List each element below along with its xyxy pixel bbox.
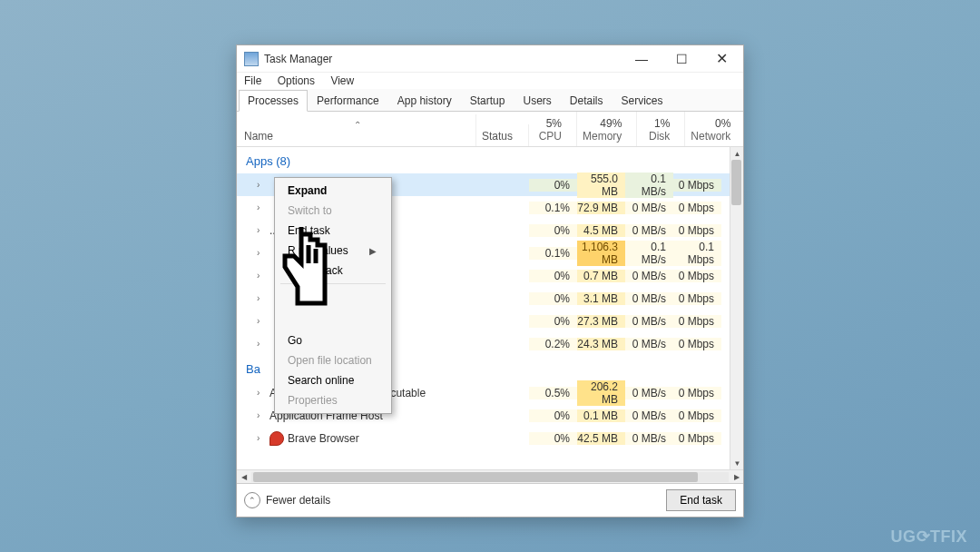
network-value: 0 Mbps [673,338,721,350]
expand-caret-icon[interactable]: › [257,316,266,326]
menu-options[interactable]: Options [278,74,315,87]
cpu-value: 0% [529,179,577,192]
memory-value: 24.3 MB [577,338,625,350]
cpu-value: 0% [529,432,577,445]
submenu-arrow-icon: ▶ [369,246,377,256]
cpu-value: 0.1% [529,247,577,260]
expand-caret-icon[interactable]: › [257,202,266,212]
ctx-hidden-b[interactable] [277,309,389,330]
scroll-up-icon[interactable]: ▲ [730,147,743,160]
memory-value: 0.7 MB [577,270,625,282]
ctx-open-file-location: Open file location [277,350,389,370]
process-row[interactable]: ›Brave Browser0%42.5 MB0 MB/s0 Mbps [237,427,743,449]
expand-caret-icon[interactable]: › [257,388,266,398]
tab-users[interactable]: Users [514,90,560,112]
expand-caret-icon[interactable]: › [257,248,266,258]
ctx-switch-to: Switch to [277,201,389,221]
scroll-down-icon[interactable]: ▼ [730,457,743,469]
menubar: File Options View [237,73,743,89]
expand-caret-icon[interactable]: › [257,293,266,303]
tabbar: Processes Performance App history Startu… [237,89,743,112]
cpu-value: 0.5% [529,387,577,399]
disk-value: 0 MB/s [625,224,673,237]
network-value: 0 Mbps [673,315,721,328]
disk-value: 0 MB/s [625,409,673,422]
cpu-value: 0% [529,292,577,305]
ctx-expand[interactable]: Expand [277,181,389,201]
network-value: 0 Mbps [673,432,721,445]
memory-value: 4.5 MB [577,224,625,237]
v-scrollbar[interactable]: ▲ ▼ [730,147,743,469]
maximize-button[interactable]: ☐ [662,45,701,72]
expand-caret-icon[interactable]: › [257,339,266,349]
sort-caret-icon: ⌃ [244,120,470,130]
group-apps[interactable]: Apps (8) [237,147,743,173]
disk-value: 0 MB/s [625,387,673,399]
disk-value: 0.1 MB/s [625,241,673,266]
expand-caret-icon[interactable]: › [257,410,266,420]
h-scrollbar[interactable]: ◀ ▶ [237,469,743,483]
network-value: 0 Mbps [673,270,721,282]
memory-value: 72.9 MB [577,202,625,214]
disk-value: 0 MB/s [625,202,673,214]
scroll-thumb[interactable] [731,160,741,205]
memory-value: 555.0 MB [577,172,625,198]
network-value: 0 Mbps [673,179,721,192]
network-value: 0.1 Mbps [673,241,721,266]
disk-value: 0 MB/s [625,315,673,328]
column-headers: ⌃ Name Status 5% CPU 49% Memory 1% Disk … [237,112,743,147]
menu-file[interactable]: File [244,74,261,87]
h-scroll-thumb[interactable] [253,472,698,482]
memory-value: 3.1 MB [577,292,625,305]
scroll-left-icon[interactable]: ◀ [237,473,250,481]
end-task-button[interactable]: End task [666,489,736,511]
tab-details[interactable]: Details [561,90,612,112]
hand-cursor-icon [274,222,338,308]
disk-value: 0 MB/s [625,432,673,445]
ctx-go-to[interactable]: Go [277,330,389,350]
col-name[interactable]: ⌃ Name [237,114,476,146]
tab-app-history[interactable]: App history [388,90,461,112]
cpu-value: 0.2% [529,338,577,350]
disk-value: 0 MB/s [625,292,673,305]
titlebar[interactable]: Task Manager — ☐ ✕ [237,45,743,73]
footer: ⌃ Fewer details End task [237,483,743,517]
network-value: 0 Mbps [673,202,721,214]
expand-caret-icon[interactable]: › [257,225,266,235]
cpu-value: 0.1% [529,202,577,214]
col-disk[interactable]: 1% Disk [637,112,685,146]
col-cpu[interactable]: 5% CPU [529,112,577,146]
minimize-button[interactable]: — [622,45,662,72]
disk-value: 0 MB/s [625,270,673,282]
expand-caret-icon[interactable]: › [257,180,266,190]
network-value: 0 Mbps [673,292,721,305]
memory-value: 206.2 MB [577,380,625,406]
ctx-properties: Properties [277,390,389,410]
memory-value: 42.5 MB [577,432,625,445]
close-button[interactable]: ✕ [701,45,741,72]
process-name: Brave Browser [288,432,359,445]
disk-value: 0.1 MB/s [625,172,673,198]
expand-caret-icon[interactable]: › [257,433,266,443]
watermark: UG⟳TFIX [891,527,968,547]
chevron-up-icon: ⌃ [244,492,260,508]
window-title: Task Manager [264,53,332,65]
cpu-value: 0% [529,270,577,282]
app-icon [244,52,259,66]
col-network[interactable]: 0% Network [685,112,745,146]
cpu-value: 0% [529,315,577,328]
tab-startup[interactable]: Startup [461,90,514,112]
tab-services[interactable]: Services [612,90,672,112]
cpu-value: 0% [529,409,577,422]
expand-caret-icon[interactable]: › [257,271,266,281]
network-value: 0 Mbps [673,387,721,399]
col-status[interactable]: Status [476,124,529,146]
col-memory[interactable]: 49% Memory [577,112,637,146]
tab-processes[interactable]: Processes [239,90,308,112]
ctx-search-online[interactable]: Search online [277,370,389,390]
tab-performance[interactable]: Performance [308,90,388,112]
disk-value: 0 MB/s [625,338,673,350]
scroll-right-icon[interactable]: ▶ [730,473,743,481]
menu-view[interactable]: View [330,74,354,87]
fewer-details-button[interactable]: ⌃ Fewer details [244,492,330,508]
